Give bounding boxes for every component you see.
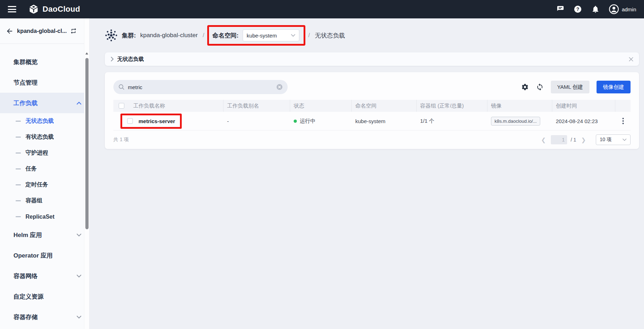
breadcrumb: 集群: kpanda-global-cluster / 命名空间: kube-s… (90, 18, 644, 52)
annotation-box-workload: metrics-server (120, 114, 182, 129)
sidebar-item-cronjobs[interactable]: 定时任务 (0, 177, 89, 193)
sidebar-item-pods[interactable]: 容器组 (0, 193, 89, 209)
chevron-down-icon (622, 138, 627, 141)
chat-icon[interactable] (556, 5, 564, 13)
col-header-pods: 容器组 (正常/总量) (417, 100, 487, 112)
settings-gear-icon[interactable] (521, 83, 529, 91)
brand[interactable]: DaoCloud (28, 4, 80, 15)
topbar-right: ? admin (556, 4, 636, 14)
page-number-input[interactable]: 1 (551, 135, 567, 144)
sidebar-item-node-management[interactable]: 节点管理 (0, 72, 89, 93)
cluster-value[interactable]: kpanda-global-cluster (140, 32, 198, 39)
prev-page-icon[interactable]: ❮ (540, 137, 547, 143)
sidebar-cluster-name: kpanda-global-cl... (17, 28, 67, 34)
workload-name-link[interactable]: metrics-server (139, 118, 175, 124)
toolbar-actions: YAML 创建 镜像创建 (521, 81, 631, 93)
sidebar-item-container-storage[interactable]: 容器存储 (0, 307, 89, 327)
cell-created: 2024-08-24 02:23 (552, 118, 615, 124)
sidebar-item-statefulsets[interactable]: 有状态负载 (0, 129, 89, 145)
back-arrow-icon[interactable] (6, 27, 13, 35)
sidebar-item-cluster-overview[interactable]: 集群概览 (0, 52, 89, 72)
switch-cluster-icon[interactable] (70, 28, 77, 34)
table-row: metrics-server - 运行中 kube-system 1/1 个 k… (113, 112, 631, 131)
sidebar-item-jobs[interactable]: 任务 (0, 161, 89, 177)
kebab-menu-icon[interactable] (622, 118, 624, 124)
col-header-status: 状态 (290, 100, 352, 112)
topbar: DaoCloud ? admin (0, 0, 644, 18)
page-total-label: / 1 (571, 137, 576, 143)
search-icon (118, 84, 125, 90)
tab-bar: 无状态负载 (105, 52, 639, 66)
workload-table: 工作负载名称 工作负载别名 状态 命名空间 容器组 (正常/总量) 镜像 创建时… (113, 100, 631, 131)
chevron-right-icon[interactable] (111, 57, 114, 62)
image-create-button[interactable]: 镜像创建 (597, 81, 631, 93)
workload-list-card: YAML 创建 镜像创建 工作负载名称 工作负载别名 状态 命名空间 容器组 (… (105, 72, 639, 149)
annotation-box-namespace: 命名空间: kube-system (207, 25, 306, 46)
sidebar-item-custom-resources[interactable]: 自定义资源 (0, 286, 89, 307)
sidebar-item-replicaset[interactable]: ReplicaSet (0, 209, 89, 225)
cell-alias: - (224, 118, 290, 124)
cluster-dots-icon (105, 29, 118, 42)
namespace-selected-value: kube-system (247, 33, 277, 39)
user-menu[interactable]: admin (609, 4, 636, 14)
avatar-icon (609, 4, 619, 14)
table-header-row: 工作负载名称 工作负载别名 状态 命名空间 容器组 (正常/总量) 镜像 创建时… (113, 100, 631, 112)
yaml-create-button[interactable]: YAML 创建 (551, 81, 589, 93)
row-checkbox[interactable] (127, 118, 133, 124)
cluster-label: 集群: (122, 31, 136, 40)
search-input[interactable] (128, 84, 273, 90)
sidebar-scrollbar-thumb[interactable] (85, 58, 89, 229)
sidebar-item-helm-apps[interactable]: Helm 应用 (0, 225, 89, 245)
sidebar-item-workloads[interactable]: 工作负载 (0, 93, 89, 113)
sidebar-item-operator-apps[interactable]: Operator 应用 (0, 245, 89, 266)
image-tag[interactable]: k8s.m.daocloud.io/... (491, 117, 540, 126)
status-dot (294, 120, 297, 123)
chevron-up-icon (77, 102, 81, 105)
chevron-down-icon (291, 34, 295, 37)
total-count-label: 共 1 项 (113, 137, 129, 143)
col-header-namespace: 命名空间 (352, 100, 417, 112)
page-size-value: 10 项 (600, 137, 611, 143)
sidebar-item-deployments[interactable]: 无状态负载 (0, 113, 89, 129)
sidebar: kpanda-global-cl... 集群概览 节点管理 工作负载 无状态负载… (0, 18, 90, 329)
col-header-image: 镜像 (487, 100, 552, 112)
cell-namespace: kube-system (352, 118, 417, 124)
namespace-label: 命名空间: (213, 31, 239, 40)
sidebar-header: kpanda-global-cl... (0, 18, 89, 44)
hamburger-menu-icon[interactable] (8, 6, 16, 12)
sidebar-item-daemonsets[interactable]: 守护进程 (0, 145, 89, 161)
sidebar-menu: 集群概览 节点管理 工作负载 无状态负载 有状态负载 守护进程 任务 定时任务 … (0, 44, 89, 327)
close-icon[interactable] (629, 57, 633, 62)
chevron-down-icon (77, 275, 81, 278)
scrollbar-up-arrow-icon[interactable] (85, 52, 88, 54)
chevron-down-icon (77, 233, 81, 237)
chevron-down-icon (77, 316, 81, 319)
daocloud-logo-icon (28, 4, 39, 15)
page-title: 无状态负载 (315, 31, 345, 40)
clear-search-icon[interactable] (276, 84, 283, 90)
cell-pods: 1/1 个 (417, 118, 487, 125)
svg-text:?: ? (576, 6, 580, 12)
sidebar-scrollbar-track (84, 18, 89, 329)
search-box (113, 80, 288, 94)
main-content: 集群: kpanda-global-cluster / 命名空间: kube-s… (90, 18, 644, 329)
pagination: ❮ 1 / 1 ❯ 10 项 (540, 134, 631, 145)
sidebar-item-container-network[interactable]: 容器网络 (0, 266, 89, 286)
col-header-created: 创建时间 (552, 100, 615, 112)
col-header-alias: 工作负载别名 (224, 100, 290, 112)
refresh-icon[interactable] (536, 83, 544, 91)
next-page-icon[interactable]: ❯ (580, 137, 587, 143)
cell-status: 运行中 (290, 118, 352, 125)
select-all-checkbox[interactable] (119, 103, 124, 109)
col-header-name: 工作负载名称 (130, 100, 224, 112)
bell-icon[interactable] (591, 5, 600, 13)
toolbar: YAML 创建 镜像创建 (113, 80, 631, 94)
col-header-actions (615, 100, 631, 112)
namespace-select[interactable]: kube-system (243, 29, 299, 41)
tab-deployments[interactable]: 无状态负载 (117, 56, 144, 63)
brand-name: DaoCloud (43, 5, 80, 14)
page-size-select[interactable]: 10 项 (596, 134, 631, 145)
username-label: admin (622, 6, 636, 12)
status-text: 运行中 (300, 118, 316, 125)
help-icon[interactable]: ? (574, 5, 582, 13)
